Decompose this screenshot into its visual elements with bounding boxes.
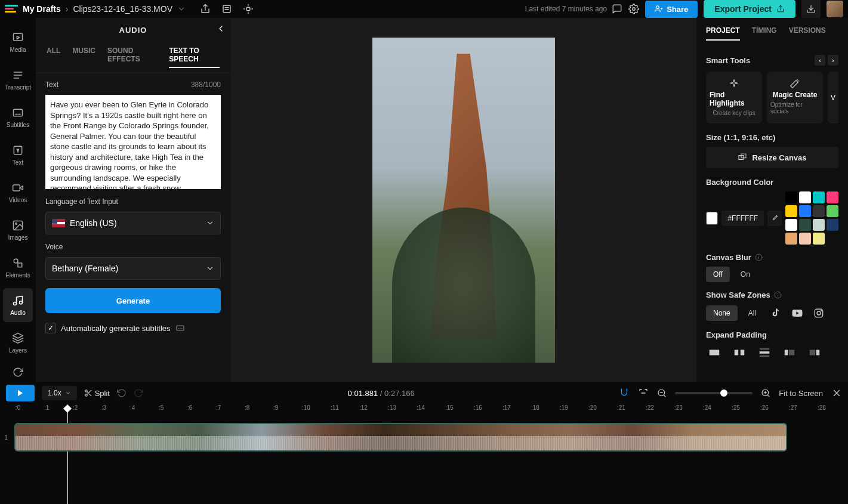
palette-color[interactable] [813,219,825,231]
youtube-icon[interactable] [788,304,806,322]
rail-subtitles[interactable]: Subtitles [3,100,33,134]
breadcrumb-project[interactable]: My Drafts [23,4,61,14]
share-out-icon[interactable] [200,4,211,14]
play-button[interactable] [6,385,35,401]
preview-area[interactable] [230,18,696,382]
palette-color[interactable] [785,219,797,231]
download-button[interactable] [801,0,821,18]
tab-sound-effects[interactable]: SOUND EFFECTS [107,47,157,68]
palette-color[interactable] [785,205,797,217]
palette-color[interactable] [785,191,797,203]
palette-color[interactable] [785,233,797,245]
app-logo[interactable] [5,5,18,13]
pad-vert-icon[interactable] [756,344,773,361]
palette-color[interactable] [813,205,825,217]
rtab-timing[interactable]: TIMING [752,26,777,41]
voice-select[interactable]: Bethany (Female) [45,257,221,280]
elements-icon [11,256,24,270]
pad-all-icon[interactable] [706,344,723,361]
pad-left-icon[interactable] [781,344,798,361]
undo-icon[interactable] [117,388,127,398]
timeline-track[interactable]: 1 [0,420,848,454]
close-timeline-icon[interactable] [831,388,842,398]
timeline-ruler[interactable]: :0:1:2:3:4:5:6:7:8:9:10:11:12:13:14:15:1… [0,404,848,416]
preview-canvas[interactable] [372,38,555,363]
redo-icon[interactable] [134,388,143,398]
subtitles-icon [11,106,24,119]
blur-on-button[interactable]: On [733,267,757,282]
rail-videos[interactable]: Videos [3,175,33,209]
snap-icon[interactable] [638,388,649,398]
timeline[interactable]: :0:1:2:3:4:5:6:7:8:9:10:11:12:13:14:15:1… [0,404,848,504]
palette-color[interactable] [813,233,825,245]
sparkle-icon[interactable] [243,4,254,14]
zoom-slider[interactable] [675,392,753,394]
color-swatch[interactable] [706,212,718,225]
zones-all-button[interactable]: All [741,305,763,321]
smart-card-highlights[interactable]: Find Highlights Create key clips [706,72,762,123]
breadcrumb-file[interactable]: Clips23-12-16_16-33.MOV [73,4,172,14]
tab-text-to-speech[interactable]: TEXT TO SPEECH [169,47,220,68]
palette-color[interactable] [827,205,838,217]
export-button[interactable]: Export Project [704,0,795,18]
language-select[interactable]: English (US) [45,212,221,234]
zoom-in-icon[interactable] [761,388,770,398]
info-icon[interactable] [774,291,782,299]
blur-off-button[interactable]: Off [706,267,730,282]
fit-to-screen-button[interactable]: Fit to Screen [779,389,823,398]
palette-color[interactable] [799,191,811,203]
auto-subtitles-row[interactable]: ✓ Automatically generate subtitles [45,323,221,333]
generate-button[interactable]: Generate [45,288,221,313]
playhead[interactable] [67,404,70,412]
collapse-panel-icon[interactable] [216,24,226,33]
eyedropper-icon[interactable] [767,211,782,226]
smart-card-magic[interactable]: Magic Create Optimize for socials [767,72,823,123]
rail-media[interactable]: Media [3,25,33,59]
notes-icon[interactable] [221,4,232,14]
palette-color[interactable] [799,233,811,245]
split-button[interactable]: Split [84,389,110,398]
rail-elements[interactable]: Elements [3,251,33,285]
rail-transcript[interactable]: Transcript [3,63,33,97]
rtab-versions[interactable]: VERSIONS [789,26,826,41]
rail-audio[interactable]: Audio [3,288,33,322]
zones-none-button[interactable]: None [706,305,738,321]
palette-color[interactable] [799,205,811,217]
smart-card-partial[interactable]: V [828,72,838,123]
settings-icon[interactable] [628,4,639,14]
pad-right-icon[interactable] [806,344,823,361]
speed-select[interactable]: 1.0x [42,386,77,400]
rail-images[interactable]: Images [3,213,33,247]
smart-prev-icon[interactable]: ‹ [815,55,825,66]
tab-music[interactable]: MUSIC [72,47,95,68]
user-avatar[interactable] [827,1,843,17]
palette-color[interactable] [813,191,825,203]
rail-layers[interactable]: Layers [3,326,33,360]
breadcrumb[interactable]: My Drafts › Clips23-12-16_16-33.MOV [23,4,186,14]
video-clip[interactable] [14,423,787,452]
resize-canvas-button[interactable]: Resize Canvas [706,147,838,168]
rail-more[interactable] [3,363,33,382]
palette-color[interactable] [827,191,838,203]
chevron-down-icon[interactable] [177,5,186,13]
palette-color[interactable] [827,219,838,231]
tab-all[interactable]: ALL [47,47,60,68]
rail-text[interactable]: Text [3,138,33,172]
instagram-icon[interactable] [810,304,828,322]
tiktok-icon[interactable] [767,304,785,322]
comments-icon[interactable] [612,4,622,14]
share-button[interactable]: Share [645,1,698,18]
palette-color[interactable] [799,219,811,231]
info-icon[interactable] [755,253,763,261]
rtab-project[interactable]: PROJECT [706,26,740,41]
magnet-icon[interactable] [619,388,630,398]
hex-input[interactable]: #FFFFFF [721,211,764,226]
language-label: Language of Text Input [45,197,221,206]
smart-next-icon[interactable]: › [828,55,838,66]
tts-text-input[interactable] [45,95,221,189]
auto-subtitles-checkbox[interactable]: ✓ [45,323,56,333]
zoom-out-icon[interactable] [657,388,667,398]
share-button-label: Share [667,5,688,14]
ruler-tick: :6 [187,404,216,416]
pad-horiz-icon[interactable] [731,344,748,361]
